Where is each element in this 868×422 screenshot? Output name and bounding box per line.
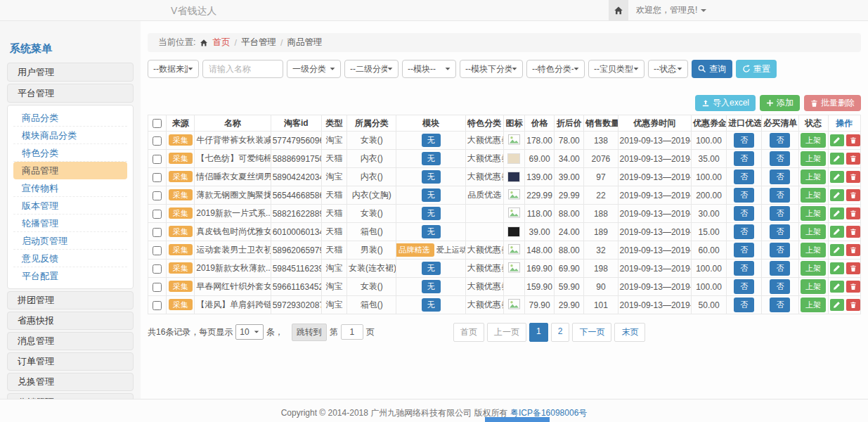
status-button[interactable]: 上架 [801, 279, 826, 294]
import-preferred-button[interactable]: 否 [734, 224, 754, 239]
breadcrumb-home-link[interactable]: 首页 [212, 37, 230, 49]
delete-button[interactable] [846, 281, 860, 293]
edit-button[interactable] [830, 134, 844, 146]
page-button-2[interactable]: 2 [551, 323, 570, 342]
sidebar-item-商品管理[interactable]: 商品管理 [13, 162, 127, 179]
page-button-上一页[interactable]: 上一页 [487, 323, 526, 342]
delete-button[interactable] [846, 189, 860, 201]
page-button-首页[interactable]: 首页 [453, 323, 484, 342]
import-preferred-button[interactable]: 否 [734, 243, 754, 257]
status-button[interactable]: 上架 [801, 133, 826, 148]
row-checkbox[interactable] [153, 155, 162, 164]
sidebar-item-拼团管理[interactable]: 拼团管理 [7, 291, 134, 309]
sidebar-item-省惠快报[interactable]: 省惠快报 [7, 312, 134, 330]
edit-button[interactable] [830, 299, 844, 311]
delete-button[interactable] [846, 207, 860, 219]
must-buy-button[interactable]: 否 [770, 151, 790, 166]
edit-button[interactable] [830, 207, 844, 219]
home-button[interactable] [609, 0, 628, 20]
sidebar-item-兑换管理[interactable]: 兑换管理 [7, 373, 134, 391]
page-button-下一页[interactable]: 下一页 [572, 323, 611, 342]
breadcrumb-item-platform[interactable]: 平台管理 [241, 37, 276, 49]
sidebar-item-模块商品分类[interactable]: 模块商品分类 [13, 127, 127, 144]
add-button[interactable]: 添加 [760, 95, 800, 111]
sidebar-item-平台配置[interactable]: 平台配置 [13, 267, 127, 285]
import-preferred-button[interactable]: 否 [734, 206, 754, 221]
status-button[interactable]: 上架 [801, 188, 826, 203]
select-all-checkbox[interactable] [153, 119, 162, 128]
must-buy-button[interactable]: 否 [770, 170, 790, 184]
sidebar-item-宣传物料[interactable]: 宣传物料 [13, 179, 127, 197]
filter-select-1[interactable]: 一级分类 [287, 60, 341, 78]
filter-data-source-select[interactable]: --数据来源-- [148, 60, 199, 78]
filter-select-7[interactable]: --状态-- [648, 60, 688, 78]
import-preferred-button[interactable]: 否 [734, 279, 754, 294]
row-checkbox[interactable] [153, 136, 162, 146]
delete-button[interactable] [846, 134, 860, 146]
delete-button[interactable] [846, 299, 860, 311]
delete-button[interactable] [846, 153, 860, 165]
sidebar-item-商品分类[interactable]: 商品分类 [13, 109, 127, 127]
status-button[interactable]: 上架 [801, 206, 826, 221]
sidebar-item-订单管理[interactable]: 订单管理 [7, 352, 134, 371]
sidebar-item-版本管理[interactable]: 版本管理 [13, 197, 127, 215]
edit-button[interactable] [830, 226, 844, 238]
import-excel-button[interactable]: 导入excel [695, 95, 756, 111]
reset-button[interactable]: 重置 [736, 60, 777, 78]
page-button-末页[interactable]: 末页 [614, 323, 645, 342]
import-preferred-button[interactable]: 否 [734, 261, 754, 276]
import-preferred-button[interactable]: 否 [734, 170, 754, 184]
status-button[interactable]: 上架 [801, 243, 826, 257]
jump-button[interactable]: 跳转到 [292, 324, 327, 341]
edit-button[interactable] [830, 153, 844, 165]
import-preferred-button[interactable]: 否 [734, 188, 754, 203]
edit-button[interactable] [830, 262, 844, 274]
user-menu[interactable]: 欢迎您，管理员! [636, 0, 706, 20]
must-buy-button[interactable]: 否 [770, 206, 790, 221]
filter-select-4[interactable]: --模块下分类-- [460, 60, 523, 78]
delete-button[interactable] [846, 262, 860, 274]
filter-select-5[interactable]: --特色分类-- [526, 60, 585, 78]
filter-select-3[interactable]: --模块-- [402, 60, 456, 78]
sidebar-item-平台管理[interactable]: 平台管理 [7, 84, 134, 103]
must-buy-button[interactable]: 否 [770, 261, 790, 276]
must-buy-button[interactable]: 否 [770, 298, 790, 312]
row-checkbox[interactable] [153, 246, 162, 255]
edit-button[interactable] [830, 189, 844, 201]
must-buy-button[interactable]: 否 [770, 133, 790, 148]
status-button[interactable]: 上架 [801, 151, 826, 166]
edit-button[interactable] [830, 281, 844, 293]
status-button[interactable]: 上架 [801, 298, 826, 312]
row-checkbox[interactable] [153, 228, 162, 237]
status-button[interactable]: 上架 [801, 261, 826, 276]
import-preferred-button[interactable]: 否 [734, 133, 754, 148]
must-buy-button[interactable]: 否 [770, 188, 790, 203]
filter-select-2[interactable]: --二级分类-- [344, 60, 399, 78]
page-button-1[interactable]: 1 [529, 323, 548, 342]
name-search-input[interactable] [202, 60, 283, 78]
edit-button[interactable] [830, 171, 844, 183]
row-checkbox[interactable] [153, 210, 162, 219]
delete-button[interactable] [846, 226, 860, 238]
row-checkbox[interactable] [153, 264, 162, 274]
sidebar-item-轮播管理[interactable]: 轮播管理 [13, 215, 127, 232]
must-buy-button[interactable]: 否 [770, 279, 790, 294]
jump-page-input[interactable] [341, 324, 363, 340]
sidebar-item-用户管理[interactable]: 用户管理 [7, 63, 134, 82]
import-preferred-button[interactable]: 否 [734, 151, 754, 166]
icp-link[interactable]: 粤ICP备16098006号 [510, 408, 587, 418]
must-buy-button[interactable]: 否 [770, 224, 790, 239]
page-size-select[interactable]: 10 [235, 324, 263, 340]
edit-button[interactable] [830, 244, 844, 256]
row-checkbox[interactable] [153, 283, 162, 292]
row-checkbox[interactable] [153, 301, 162, 310]
status-button[interactable]: 上架 [801, 224, 826, 239]
sidebar-item-意见反馈[interactable]: 意见反馈 [13, 250, 127, 267]
row-checkbox[interactable] [153, 173, 162, 182]
must-buy-button[interactable]: 否 [770, 243, 790, 257]
status-button[interactable]: 上架 [801, 170, 826, 184]
row-checkbox[interactable] [153, 191, 162, 200]
sidebar-item-启动页管理[interactable]: 启动页管理 [13, 232, 127, 250]
filter-select-6[interactable]: --宝贝类型-- [588, 60, 644, 78]
sidebar-item-消息管理[interactable]: 消息管理 [7, 332, 134, 350]
